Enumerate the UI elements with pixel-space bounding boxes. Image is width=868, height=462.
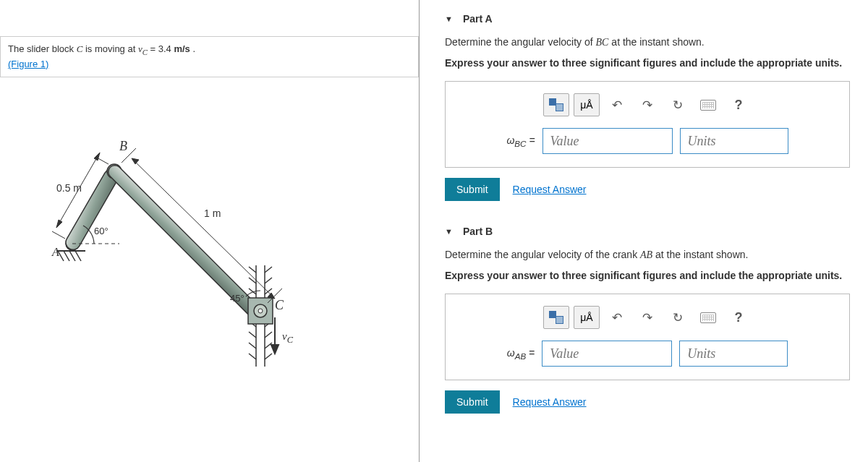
units-symbol-button[interactable]: μÅ xyxy=(574,93,600,116)
svg-line-16 xyxy=(52,231,65,239)
undo-icon: ↶ xyxy=(612,310,622,325)
svg-line-18 xyxy=(132,158,275,299)
svg-point-11 xyxy=(258,309,263,313)
part-b-submit-row: Submit Request Answer xyxy=(445,390,868,414)
part-b-value-input[interactable] xyxy=(542,341,672,367)
undo-icon: ↶ xyxy=(612,98,622,113)
problem-statement: The slider block C is moving at vC = 3.4… xyxy=(0,36,419,77)
template-icon xyxy=(549,98,563,111)
part-a-prompt2: Express your answer to three significant… xyxy=(445,56,868,71)
part-a-request-answer-link[interactable]: Request Answer xyxy=(513,184,587,195)
angle-45: 45° xyxy=(230,293,244,304)
right-panel: ▼ Part A Determine the angular velocity … xyxy=(420,0,868,462)
part-a-submit-row: Submit Request Answer xyxy=(445,178,868,201)
left-panel: The slider block C is moving at vC = 3.4… xyxy=(0,0,420,462)
svg-marker-14 xyxy=(56,220,62,228)
svg-marker-15 xyxy=(94,153,100,161)
part-a-section: ▼ Part A Determine the angular velocity … xyxy=(420,0,868,215)
part-a-header[interactable]: ▼ Part A xyxy=(445,6,868,35)
redo-icon: ↷ xyxy=(642,98,652,113)
part-a-value-input[interactable] xyxy=(542,128,673,154)
caret-down-icon: ▼ xyxy=(445,14,453,23)
part-a-input-row: ωBC = xyxy=(456,128,839,154)
figure-link[interactable]: (Figure 1) xyxy=(8,59,48,69)
part-a-var-label: ωBC = xyxy=(506,134,535,148)
keyboard-icon xyxy=(700,100,716,111)
problem-text: The slider block C is moving at vC = 3.4… xyxy=(8,43,195,54)
redo-icon: ↷ xyxy=(642,310,652,325)
part-a-prompt1: Determine the angular velocity of BC at … xyxy=(445,35,868,50)
undo-button[interactable]: ↶ xyxy=(604,93,630,116)
part-a-title: Part A xyxy=(463,13,493,25)
svg-marker-24 xyxy=(271,345,278,354)
svg-marker-19 xyxy=(132,158,139,164)
angle-60: 60° xyxy=(94,226,109,236)
redo-button[interactable]: ↷ xyxy=(634,306,660,329)
reset-icon: ↻ xyxy=(673,310,683,325)
svg-rect-3 xyxy=(63,167,121,252)
label-C: C xyxy=(275,298,284,313)
part-b-title: Part B xyxy=(463,226,493,237)
part-b-toolbar: μÅ ↶ ↷ ↻ ? xyxy=(456,306,839,329)
reset-icon: ↻ xyxy=(673,98,683,113)
caret-down-icon: ▼ xyxy=(445,227,453,236)
part-b-answer-box: μÅ ↶ ↷ ↻ ? ωAB = xyxy=(445,294,850,380)
part-b-units-input[interactable] xyxy=(679,341,788,367)
reset-button[interactable]: ↻ xyxy=(665,306,691,329)
part-a-toolbar: μÅ ↶ ↷ ↻ ? xyxy=(456,93,839,116)
part-a-answer-box: μÅ ↶ ↷ ↻ ? ωBC = xyxy=(445,81,850,168)
keyboard-button[interactable] xyxy=(695,306,721,329)
template-button[interactable] xyxy=(543,306,569,329)
part-b-prompt2: Express your answer to three significant… xyxy=(445,268,868,283)
vc-label: vC xyxy=(282,330,293,346)
undo-button[interactable]: ↶ xyxy=(604,306,630,329)
part-b-submit-button[interactable]: Submit xyxy=(445,390,500,414)
part-b-section: ▼ Part B Determine the angular velocity … xyxy=(420,215,868,428)
figure-1: B 0.5 m 1 m 60° A 45° C vC xyxy=(43,121,347,367)
units-symbol-button[interactable]: μÅ xyxy=(574,306,600,329)
help-button[interactable]: ? xyxy=(726,306,752,329)
dim-1m: 1 m xyxy=(204,208,221,219)
part-b-request-answer-link[interactable]: Request Answer xyxy=(513,396,587,408)
part-b-prompt1: Determine the angular velocity of the cr… xyxy=(445,247,868,262)
keyboard-button[interactable] xyxy=(695,93,721,116)
part-a-submit-button[interactable]: Submit xyxy=(445,178,500,201)
svg-marker-20 xyxy=(268,293,275,299)
keyboard-icon xyxy=(700,312,716,323)
part-b-header[interactable]: ▼ Part B xyxy=(445,218,868,247)
part-b-input-row: ωAB = xyxy=(456,341,839,367)
redo-button[interactable]: ↷ xyxy=(634,93,660,116)
part-b-var-label: ωAB = xyxy=(507,347,535,361)
label-B: B xyxy=(119,139,127,154)
dim-05m: 0.5 m xyxy=(56,182,82,194)
label-A: A xyxy=(52,246,59,259)
template-icon xyxy=(549,311,563,324)
reset-button[interactable]: ↻ xyxy=(665,93,691,116)
help-button[interactable]: ? xyxy=(726,93,752,116)
part-a-units-input[interactable] xyxy=(680,128,788,154)
template-button[interactable] xyxy=(543,93,569,116)
